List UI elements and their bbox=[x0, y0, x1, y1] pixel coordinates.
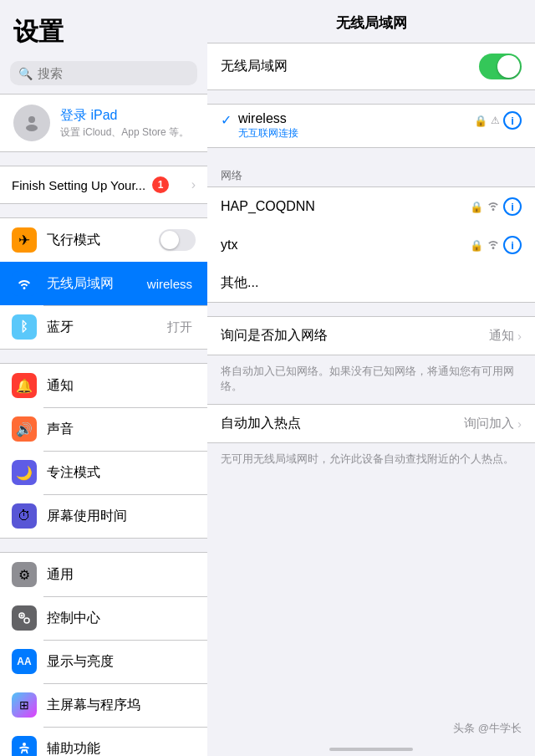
sidebar-item-wifi[interactable]: 无线局域网 wireless bbox=[0, 262, 207, 305]
setup-badge: 1 bbox=[152, 176, 169, 193]
network-name-1: ytx bbox=[221, 238, 237, 253]
sidebar-item-accessibility[interactable]: 辅助功能 bbox=[0, 727, 207, 756]
focus-icon-box: 🌙 bbox=[12, 460, 37, 485]
setup-banner[interactable]: Finish Setting Up Your... 1 › bbox=[0, 166, 207, 204]
network-name-0: HAP_COQDNN bbox=[221, 199, 315, 214]
focus-label: 专注模式 bbox=[47, 464, 196, 482]
bluetooth-label: 蓝牙 bbox=[47, 319, 157, 336]
controlcenter-icon-box bbox=[12, 605, 37, 631]
network-info-btn-0[interactable]: i bbox=[503, 197, 522, 216]
sidebar-title: 设置 bbox=[0, 0, 207, 58]
network-info-btn-1[interactable]: i bbox=[503, 236, 522, 254]
wifi-toggle-switch[interactable] bbox=[479, 54, 522, 79]
wifi-icon-box bbox=[12, 271, 37, 296]
sidebar-item-controlcenter[interactable]: 控制中心 bbox=[0, 596, 207, 640]
auto-hotspot-row[interactable]: 自动加入热点 询问加入 › bbox=[207, 405, 535, 442]
wifi-icon-1 bbox=[487, 238, 500, 252]
ask-join-label: 询问是否加入网络 bbox=[221, 327, 328, 345]
profile-row[interactable]: 登录 iPad 设置 iCloud、App Store 等。 bbox=[0, 94, 207, 152]
sidebar-item-display[interactable]: AA 显示与亮度 bbox=[0, 640, 207, 683]
ask-join-section-wrapper: 询问是否加入网络 通知 › 将自动加入已知网络。如果没有已知网络，将通知您有可用… bbox=[207, 316, 535, 404]
network-row-0[interactable]: HAP_COQDNN 🔒 i bbox=[207, 187, 535, 226]
checkmark-icon: ✓ bbox=[221, 112, 232, 128]
svg-point-5 bbox=[23, 743, 26, 746]
sidebar-item-homescreen[interactable]: ⊞ 主屏幕与程序坞 bbox=[0, 683, 207, 727]
avatar bbox=[13, 105, 50, 141]
settings-group-1: ✈ 飞行模式 无线局域网 wireless ᛒ 蓝牙 打开 bbox=[0, 217, 207, 350]
panel-header: 无线局域网 bbox=[207, 0, 535, 43]
connected-network-section: ✓ wireless 无互联网连接 🔒 ⚠ i bbox=[207, 104, 535, 148]
network-row-1[interactable]: ytx 🔒 i bbox=[207, 226, 535, 264]
sidebar: 设置 🔍 登录 iPad 设置 iCloud、App Store 等。 Fini… bbox=[0, 0, 207, 756]
sidebar-item-sounds[interactable]: 🔊 声音 bbox=[0, 407, 207, 451]
accessibility-icon-box bbox=[12, 736, 37, 756]
profile-name: 登录 iPad bbox=[60, 107, 189, 125]
airplane-label: 飞行模式 bbox=[47, 232, 149, 249]
display-label: 显示与亮度 bbox=[47, 653, 196, 671]
watermark: 头条 @牛学长 bbox=[207, 718, 535, 743]
networks-section: 网络 HAP_COQDNN 🔒 i ytx � bbox=[207, 161, 535, 316]
auto-hotspot-chevron-icon: › bbox=[517, 416, 522, 431]
ask-join-row[interactable]: 询问是否加入网络 通知 › bbox=[207, 317, 535, 355]
auto-hotspot-section-wrapper: 自动加入热点 询问加入 › 无可用无线局域网时，允许此设备自动查找附近的个人热点… bbox=[207, 404, 535, 477]
settings-group-3: ⚙ 通用 控制中心 AA 显示与亮度 ⊞ 主屏幕与程序坞 bbox=[0, 552, 207, 756]
lock-icon-0: 🔒 bbox=[470, 201, 483, 213]
lock-icon: 🔒 bbox=[474, 115, 487, 127]
screentime-icon-box: ⏱ bbox=[12, 503, 37, 529]
search-bar[interactable]: 🔍 bbox=[10, 61, 197, 85]
auto-hotspot-label: 自动加入热点 bbox=[221, 415, 301, 432]
ask-join-section: 询问是否加入网络 通知 › bbox=[207, 316, 535, 355]
networks-list: HAP_COQDNN 🔒 i ytx 🔒 bbox=[207, 186, 535, 303]
display-icon-box: AA bbox=[12, 649, 37, 674]
airplane-icon-box: ✈ bbox=[12, 227, 37, 253]
general-icon-box: ⚙ bbox=[12, 562, 37, 587]
homescreen-icon-box: ⊞ bbox=[12, 692, 37, 718]
sidebar-item-focus[interactable]: 🌙 专注模式 bbox=[0, 451, 207, 494]
auto-hotspot-section: 自动加入热点 询问加入 › bbox=[207, 404, 535, 443]
airplane-toggle[interactable] bbox=[159, 229, 196, 251]
notifications-label: 通知 bbox=[47, 377, 196, 395]
auto-hotspot-value: 询问加入 bbox=[464, 416, 514, 432]
accessibility-label: 辅助功能 bbox=[47, 740, 196, 757]
controlcenter-label: 控制中心 bbox=[47, 610, 196, 627]
sidebar-item-bluetooth[interactable]: ᛒ 蓝牙 打开 bbox=[0, 305, 207, 349]
svg-point-0 bbox=[28, 116, 35, 123]
network-row-2[interactable]: 其他... bbox=[207, 264, 535, 302]
profile-text: 登录 iPad 设置 iCloud、App Store 等。 bbox=[60, 107, 189, 140]
wifi-toggle-row[interactable]: 无线局域网 bbox=[207, 43, 535, 89]
bottom-indicator bbox=[207, 743, 535, 756]
sounds-label: 声音 bbox=[47, 421, 196, 438]
sidebar-item-airplane[interactable]: ✈ 飞行模式 bbox=[0, 218, 207, 262]
connected-network-sub: 无互联网连接 bbox=[238, 126, 474, 140]
setup-banner-text: Finish Setting Up Your... bbox=[12, 178, 145, 192]
sidebar-item-screentime[interactable]: ⏱ 屏幕使用时间 bbox=[0, 494, 207, 538]
wifi-toggle-label: 无线局域网 bbox=[221, 58, 288, 75]
homescreen-label: 主屏幕与程序坞 bbox=[47, 697, 196, 714]
general-label: 通用 bbox=[47, 566, 196, 584]
wifi-value: wireless bbox=[147, 277, 192, 291]
wifi-label: 无线局域网 bbox=[47, 275, 137, 293]
svg-point-1 bbox=[26, 125, 38, 131]
sidebar-item-notifications[interactable]: 🔔 通知 bbox=[0, 364, 207, 407]
search-input[interactable] bbox=[38, 66, 189, 80]
bluetooth-value: 打开 bbox=[167, 319, 192, 335]
sounds-icon-box: 🔊 bbox=[12, 416, 37, 442]
notifications-icon-box: 🔔 bbox=[12, 373, 37, 398]
svg-point-4 bbox=[21, 615, 23, 617]
wifi-toggle-section: 无线局域网 bbox=[207, 43, 535, 90]
connected-network-row[interactable]: ✓ wireless 无互联网连接 🔒 ⚠ i bbox=[207, 105, 535, 147]
profile-desc: 设置 iCloud、App Store 等。 bbox=[60, 125, 189, 140]
connected-network-name: wireless bbox=[238, 111, 474, 126]
ask-join-value: 通知 bbox=[489, 328, 514, 344]
ask-join-chevron-icon: › bbox=[517, 329, 522, 343]
home-indicator bbox=[329, 748, 413, 751]
sidebar-item-general[interactable]: ⚙ 通用 bbox=[0, 553, 207, 596]
chevron-right-icon: › bbox=[191, 177, 196, 192]
settings-group-2: 🔔 通知 🔊 声音 🌙 专注模式 ⏱ 屏幕使用时间 bbox=[0, 363, 207, 539]
search-icon: 🔍 bbox=[18, 67, 33, 80]
ask-join-desc: 将自动加入已知网络。如果没有已知网络，将通知您有可用网络。 bbox=[207, 359, 535, 404]
svg-point-3 bbox=[24, 618, 29, 623]
network-name-2: 其他... bbox=[221, 274, 258, 292]
connected-network-info-btn[interactable]: i bbox=[503, 111, 522, 130]
wifi-icon-0 bbox=[487, 200, 500, 213]
